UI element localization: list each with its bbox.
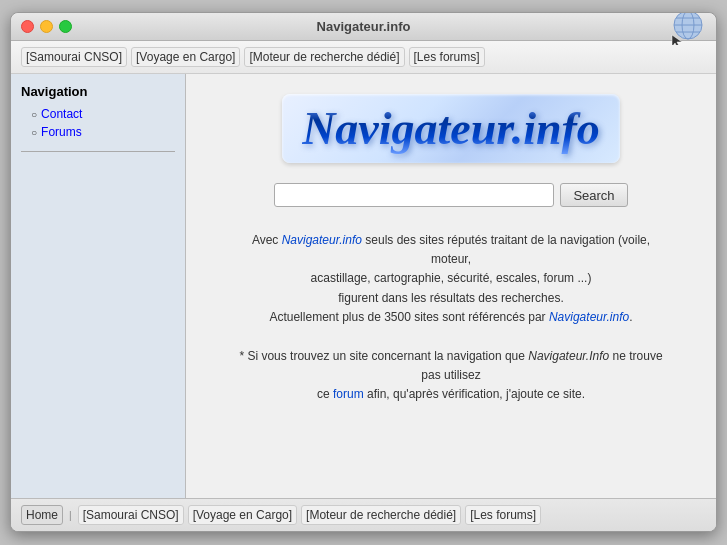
sidebar-title: Navigation	[21, 84, 175, 99]
search-input[interactable]	[274, 183, 554, 207]
top-nav-item-cargo[interactable]: [Voyage en Cargo]	[131, 47, 240, 67]
minimize-button[interactable]	[40, 20, 53, 33]
top-nav: [Samourai CNSO] [Voyage en Cargo] [Moteu…	[11, 41, 716, 74]
note-line1: * Si vous trouvez un site concernant la …	[236, 347, 666, 385]
browser-window: Navigateur.info [Samourai CNSO] [Voyage …	[10, 12, 717, 532]
logo-background: Navigateur.info	[282, 94, 620, 163]
bottom-nav-item-cargo[interactable]: [Voyage en Cargo]	[188, 505, 297, 525]
search-button[interactable]: Search	[560, 183, 627, 207]
bottom-nav-sep: |	[69, 510, 72, 521]
titlebar: Navigateur.info	[11, 13, 716, 41]
forum-link[interactable]: forum	[333, 387, 364, 401]
bottom-nav-item-moteur[interactable]: [Moteur de recherche dédié]	[301, 505, 461, 525]
navigateur-italic: Navigateur.Info	[528, 349, 609, 363]
description-text: Avec Navigateur.info seuls des sites rép…	[236, 231, 666, 327]
bottom-nav: Home | [Samourai CNSO] [Voyage en Cargo]…	[11, 498, 716, 531]
note-line2: ce forum afin, qu'après vérification, j'…	[236, 385, 666, 404]
content-area: Navigateur.info Search Avec Navigateur.i…	[186, 74, 716, 498]
bottom-nav-home: Home	[21, 505, 63, 525]
cursor-icon	[666, 12, 706, 47]
top-nav-item-samourai[interactable]: [Samourai CNSO]	[21, 47, 127, 67]
top-nav-item-moteur[interactable]: [Moteur de recherche dédié]	[244, 47, 404, 67]
search-area: Search	[274, 183, 627, 207]
navigateur-link-2[interactable]: Navigateur.info	[549, 310, 629, 324]
sidebar-divider	[21, 151, 175, 152]
sidebar-link-forums[interactable]: Forums	[41, 125, 82, 139]
top-nav-item-forums[interactable]: [Les forums]	[409, 47, 485, 67]
close-button[interactable]	[21, 20, 34, 33]
maximize-button[interactable]	[59, 20, 72, 33]
bottom-nav-item-samourai[interactable]: [Samourai CNSO]	[78, 505, 184, 525]
logo-container: Navigateur.info	[216, 94, 686, 163]
desc-line3: figurent dans les résultats des recherch…	[236, 289, 666, 308]
window-title: Navigateur.info	[317, 19, 411, 34]
window-controls	[21, 20, 72, 33]
desc-line4: Actuellement plus de 3500 sites sont réf…	[236, 308, 666, 327]
site-logo: Navigateur.info	[302, 103, 600, 154]
sidebar-link-contact[interactable]: Contact	[41, 107, 82, 121]
sidebar-item-contact: Contact	[31, 107, 175, 121]
bottom-nav-item-forums[interactable]: [Les forums]	[465, 505, 541, 525]
sidebar-links: Contact Forums	[21, 107, 175, 139]
main-area: Navigation Contact Forums Navigateur.inf…	[11, 74, 716, 498]
note-text: * Si vous trouvez un site concernant la …	[236, 347, 666, 405]
navigateur-link-1[interactable]: Navigateur.info	[282, 233, 362, 247]
desc-line2: acastillage, cartographie, sécurité, esc…	[236, 269, 666, 288]
globe-cursor-icon	[668, 12, 704, 45]
sidebar: Navigation Contact Forums	[11, 74, 186, 498]
desc-line1: Avec Navigateur.info seuls des sites rép…	[236, 231, 666, 269]
sidebar-item-forums: Forums	[31, 125, 175, 139]
svg-point-0	[674, 12, 702, 39]
